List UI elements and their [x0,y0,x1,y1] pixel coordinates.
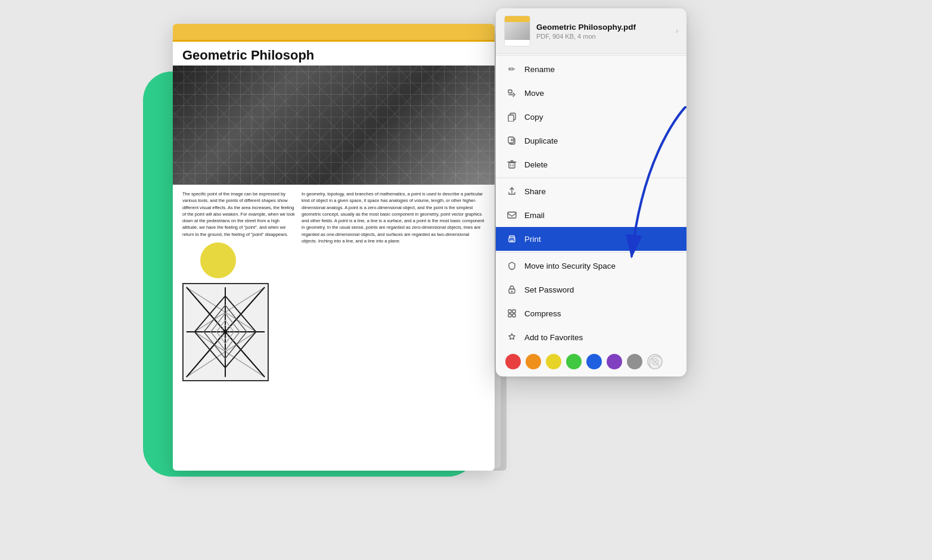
email-label: Email [524,211,545,220]
copy-icon [505,110,518,123]
move-icon [505,86,518,99]
print-icon [505,232,518,245]
doc-header-bar [173,24,495,42]
menu-divider-1 [496,55,686,56]
chevron-right-icon: › [676,27,678,35]
menu-item-rename[interactable]: ✏ Rename [496,57,686,81]
duplicate-label: Duplicate [524,136,558,145]
menu-item-duplicate[interactable]: Duplicate [496,129,686,153]
doc-col-right: In geometry, topology, and branches of m… [302,191,485,381]
email-icon [505,209,518,222]
doc-geo-image [182,283,269,381]
menu-item-share[interactable]: Share [496,179,686,203]
delete-label: Delete [524,160,548,169]
svg-rect-37 [510,239,514,241]
menu-item-move[interactable]: Move [496,81,686,105]
menu-item-email[interactable]: Email [496,203,686,227]
file-info: Geometric Philosophy.pdf PDF, 904 KB, 4 … [536,23,672,40]
security-space-label: Move into Security Space [524,262,616,270]
favorites-label: Add to Favorites [524,333,583,342]
duplicate-icon [505,134,518,147]
svg-rect-30 [509,163,515,168]
menu-item-delete[interactable]: Delete [496,153,686,176]
rename-icon: ✏ [505,63,518,76]
svg-rect-35 [508,212,516,218]
share-icon [505,185,518,198]
security-space-icon [505,259,518,272]
rename-label: Rename [524,65,555,74]
doc-body: The specific point of the image can be e… [173,185,495,387]
color-swatches [496,349,686,377]
menu-item-print[interactable]: Print [496,227,686,251]
menu-divider-3 [496,252,686,253]
color-orange[interactable] [526,354,541,369]
svg-point-38 [514,239,515,240]
menu-item-add-favorites[interactable]: Add to Favorites [496,325,686,349]
menu-item-compress[interactable]: Compress [496,301,686,325]
move-label: Move [524,89,544,98]
svg-rect-42 [512,310,515,313]
thumb-inner [505,22,530,40]
svg-rect-25 [508,115,514,122]
color-blue[interactable] [586,354,602,369]
svg-point-40 [511,291,512,292]
menu-file-header[interactable]: Geometric Philosophy.pdf PDF, 904 KB, 4 … [496,8,686,54]
file-thumbnail [504,15,530,46]
doc-col-left: The specific point of the image can be e… [182,191,296,381]
doc-hero-image [173,66,495,185]
password-icon [505,283,518,296]
set-password-label: Set Password [524,285,574,294]
doc-right-text: In geometry, topology, and branches of m… [302,191,485,244]
doc-left-text: The specific point of the image can be e… [182,191,296,238]
svg-rect-41 [508,310,511,313]
compress-icon [505,307,518,320]
color-purple[interactable] [607,354,622,369]
document-page: Geometric Philosoph The specific point o… [173,24,495,471]
file-name: Geometric Philosophy.pdf [536,23,672,32]
menu-item-set-password[interactable]: Set Password [496,278,686,301]
print-label: Print [524,235,541,244]
svg-line-46 [651,358,661,368]
menu-divider-2 [496,178,686,178]
document-stack: Geometric Philosoph The specific point o… [173,24,518,494]
svg-rect-44 [512,314,515,317]
doc-title: Geometric Philosoph [173,42,495,66]
doc-geo-art [184,284,268,380]
share-label: Share [524,187,546,196]
color-green[interactable] [566,354,582,369]
color-yellow[interactable] [546,354,561,369]
delete-icon [505,158,518,171]
favorites-icon [505,331,518,344]
svg-point-45 [650,356,663,369]
color-none[interactable] [647,354,663,369]
menu-item-copy[interactable]: Copy [496,105,686,129]
doc-circle-decoration [200,242,236,278]
svg-rect-22 [508,90,512,93]
color-gray[interactable] [627,354,642,369]
compress-label: Compress [524,309,561,318]
menu-item-security-space[interactable]: Move into Security Space [496,254,686,278]
file-meta: PDF, 904 KB, 4 mon [536,33,672,40]
color-red[interactable] [505,354,521,369]
thumb-bar [505,16,530,22]
copy-label: Copy [524,113,543,122]
context-menu: Geometric Philosophy.pdf PDF, 904 KB, 4 … [496,8,686,377]
svg-rect-43 [508,314,511,317]
